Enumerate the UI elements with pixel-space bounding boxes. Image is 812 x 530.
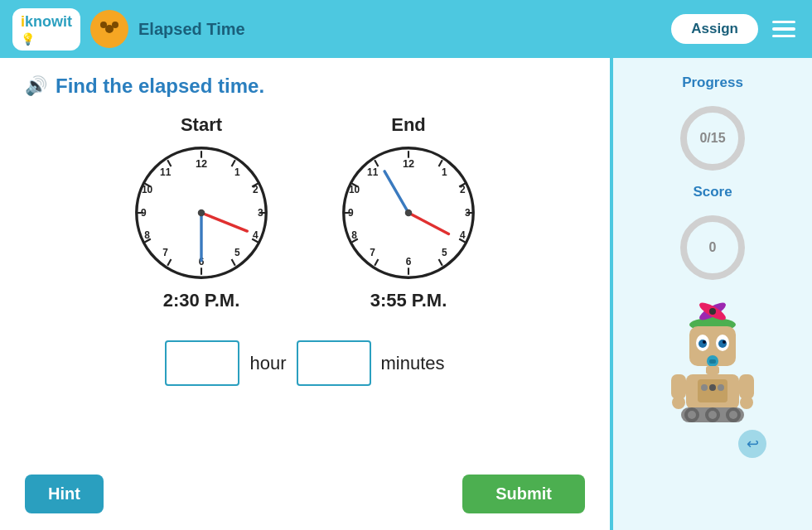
svg-text:5: 5 bbox=[234, 247, 240, 258]
bottom-row: Hint Submit bbox=[25, 466, 585, 513]
svg-point-58 bbox=[405, 210, 413, 217]
svg-point-93 bbox=[729, 411, 737, 419]
svg-text:12: 12 bbox=[196, 157, 207, 170]
svg-text:8: 8 bbox=[351, 229, 357, 241]
svg-text:6: 6 bbox=[406, 256, 412, 267]
menu-button[interactable] bbox=[768, 17, 800, 42]
svg-text:2: 2 bbox=[460, 184, 466, 195]
end-clock-label: End bbox=[391, 114, 426, 136]
svg-point-81 bbox=[709, 384, 716, 391]
robot-character bbox=[655, 301, 771, 426]
main-container: 🔊 Find the elapsed time. Start bbox=[0, 58, 812, 530]
progress-label: Progress bbox=[682, 75, 743, 91]
svg-point-91 bbox=[688, 411, 696, 419]
logo-bulb: 💡 bbox=[21, 32, 72, 46]
svg-rect-77 bbox=[706, 366, 719, 374]
score-value: 0 bbox=[709, 240, 717, 255]
svg-text:8: 8 bbox=[144, 229, 150, 241]
logo: iknowit 💡 bbox=[12, 8, 80, 51]
svg-text:11: 11 bbox=[367, 166, 379, 178]
progress-circle: 0/15 bbox=[675, 101, 750, 176]
svg-point-72 bbox=[718, 340, 727, 348]
svg-point-84 bbox=[672, 396, 685, 409]
minute-input[interactable] bbox=[297, 340, 371, 386]
svg-point-74 bbox=[723, 340, 726, 344]
speaker-icon[interactable]: 🔊 bbox=[25, 75, 47, 97]
svg-text:1: 1 bbox=[442, 166, 447, 178]
back-button[interactable]: ↩ bbox=[738, 430, 766, 458]
svg-rect-76 bbox=[709, 359, 716, 364]
svg-point-1 bbox=[100, 22, 107, 28]
hamburger-line-1 bbox=[772, 21, 795, 24]
end-clock-wrapper: End 1 bbox=[338, 114, 479, 311]
hamburger-line-3 bbox=[772, 35, 795, 38]
minute-label: minutes bbox=[381, 353, 445, 374]
submit-button[interactable]: Submit bbox=[462, 475, 585, 513]
svg-text:2: 2 bbox=[253, 184, 259, 195]
svg-point-86 bbox=[740, 396, 753, 409]
svg-point-82 bbox=[718, 384, 724, 391]
svg-point-2 bbox=[112, 22, 118, 28]
hint-button[interactable]: Hint bbox=[25, 475, 104, 513]
clocks-area: Start bbox=[25, 114, 585, 311]
assign-button[interactable]: Assign bbox=[671, 14, 758, 44]
svg-rect-85 bbox=[739, 374, 754, 399]
svg-text:10: 10 bbox=[349, 184, 360, 195]
svg-point-67 bbox=[709, 308, 716, 315]
svg-point-73 bbox=[703, 340, 706, 344]
start-clock-label: Start bbox=[181, 114, 222, 136]
question-area: 🔊 Find the elapsed time. bbox=[25, 75, 585, 98]
svg-text:9: 9 bbox=[348, 207, 354, 219]
svg-point-80 bbox=[701, 384, 708, 391]
svg-text:10: 10 bbox=[142, 184, 153, 195]
svg-text:9: 9 bbox=[141, 207, 147, 219]
topic-title: Elapsed Time bbox=[138, 20, 661, 39]
end-clock-time: 3:55 P.M. bbox=[370, 290, 447, 311]
svg-text:7: 7 bbox=[370, 247, 375, 258]
hamburger-line-2 bbox=[772, 27, 795, 31]
svg-text:4: 4 bbox=[253, 229, 259, 241]
score-circle: 0 bbox=[675, 210, 750, 285]
svg-text:12: 12 bbox=[403, 157, 414, 170]
hour-input[interactable] bbox=[165, 340, 239, 386]
svg-point-71 bbox=[698, 340, 707, 348]
right-panel: Progress 0/15 Score 0 bbox=[613, 58, 812, 530]
logo-text: iknowit bbox=[21, 13, 72, 31]
svg-point-92 bbox=[708, 411, 717, 419]
question-text: Find the elapsed time. bbox=[56, 75, 264, 98]
svg-text:5: 5 bbox=[442, 247, 447, 258]
svg-text:3: 3 bbox=[465, 207, 471, 219]
start-clock-wrapper: Start bbox=[131, 114, 272, 311]
progress-value: 0/15 bbox=[699, 131, 725, 146]
hour-label: hour bbox=[249, 353, 286, 374]
svg-text:4: 4 bbox=[460, 229, 466, 241]
start-clock-time: 2:30 P.M. bbox=[163, 290, 240, 311]
topic-icon bbox=[90, 10, 128, 48]
svg-text:7: 7 bbox=[162, 247, 168, 258]
score-label: Score bbox=[693, 184, 732, 200]
svg-text:1: 1 bbox=[234, 166, 240, 178]
robot-area: ↩ bbox=[655, 301, 771, 458]
svg-text:3: 3 bbox=[258, 207, 263, 219]
left-panel: 🔊 Find the elapsed time. Start bbox=[0, 58, 613, 530]
end-clock: 12 1 2 3 4 5 6 7 8 9 10 11 bbox=[338, 142, 479, 283]
header: iknowit 💡 Elapsed Time Assign bbox=[0, 0, 812, 58]
svg-rect-83 bbox=[671, 374, 686, 399]
answer-row: hour minutes bbox=[25, 340, 585, 386]
start-clock: 12 1 2 3 4 5 6 7 8 9 10 11 bbox=[131, 142, 272, 283]
svg-point-30 bbox=[198, 210, 205, 217]
svg-text:11: 11 bbox=[160, 166, 172, 178]
